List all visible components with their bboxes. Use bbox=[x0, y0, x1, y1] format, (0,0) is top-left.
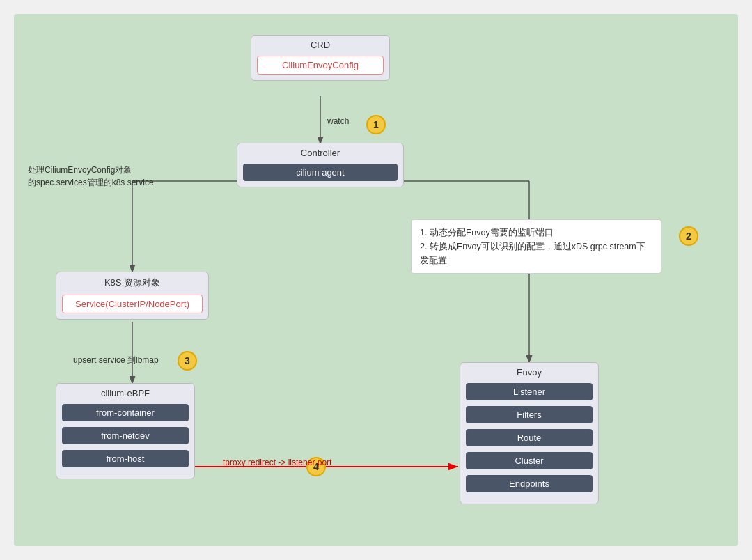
watch-label: watch bbox=[327, 115, 349, 127]
k8s-box: K8S 资源对象 Service(ClusterIP/NodePort) bbox=[56, 272, 209, 320]
badge-1: 1 bbox=[366, 115, 386, 134]
envoy-item-2: Route bbox=[466, 429, 593, 446]
k8s-inner: Service(ClusterIP/NodePort) bbox=[62, 295, 203, 313]
k8s-title: K8S 资源对象 bbox=[56, 272, 208, 292]
controller-box: Controller cilium agent bbox=[237, 143, 404, 187]
ebpf-item-2: from-host bbox=[62, 450, 189, 467]
envoy-item-0: Listener bbox=[466, 383, 593, 400]
envoy-item-1: Filters bbox=[466, 406, 593, 423]
badge-2: 2 bbox=[679, 226, 698, 246]
controller-title: Controller bbox=[237, 143, 403, 161]
ebpf-title: cilium-eBPF bbox=[56, 384, 194, 401]
tproxy-label: tproxy redirect -> listener port bbox=[223, 456, 331, 469]
crd-title: CRD bbox=[251, 36, 389, 53]
ebpf-item-1: from-netdev bbox=[62, 427, 189, 444]
note-box: 1. 动态分配Envoy需要的监听端口 2. 转换成Envoy可以识别的配置，通… bbox=[411, 219, 661, 274]
controller-inner: cilium agent bbox=[243, 164, 398, 181]
ebpf-box: cilium-eBPF from-container from-netdev f… bbox=[56, 383, 195, 479]
crd-inner: CiliumEnvoyConfig bbox=[257, 56, 384, 75]
note-text: 1. 动态分配Envoy需要的监听端口 2. 转换成Envoy可以识别的配置，通… bbox=[420, 226, 652, 267]
envoy-box: Envoy Listener Filters Route Cluster End… bbox=[460, 362, 599, 504]
envoy-title: Envoy bbox=[460, 363, 598, 380]
crd-box: CRD CiliumEnvoyConfig bbox=[251, 35, 390, 81]
k8s-flow-label: 处理CiliumEnvoyConfig对象 的spec.services管理的k… bbox=[28, 164, 167, 189]
envoy-item-3: Cluster bbox=[466, 452, 593, 469]
diagram-canvas: CRD CiliumEnvoyConfig watch 1 Controller… bbox=[14, 14, 738, 546]
badge-3: 3 bbox=[178, 351, 197, 371]
ebpf-item-0: from-container bbox=[62, 404, 189, 421]
envoy-item-4: Endpoints bbox=[466, 475, 593, 492]
upsert-label: upsert service 到lbmap bbox=[73, 354, 159, 366]
